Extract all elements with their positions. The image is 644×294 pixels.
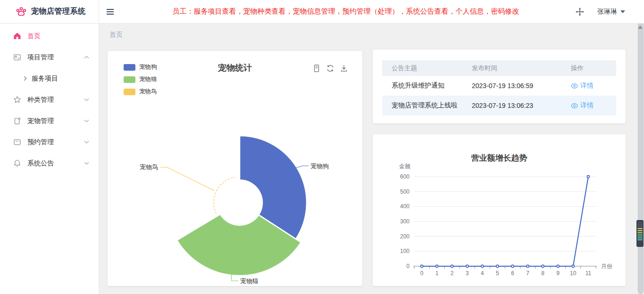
- user-menu[interactable]: 张琳琳: [597, 8, 625, 16]
- paw-icon: [16, 7, 27, 17]
- scrollbar[interactable]: [636, 23, 644, 294]
- card-icon: [13, 53, 21, 61]
- svg-text:0: 0: [406, 263, 410, 270]
- announcement-time: 2023-07-19 13:06:23: [472, 102, 571, 109]
- svg-text:400: 400: [400, 203, 410, 210]
- y-axis-labels: 600 500 400 300 200 100 0: [400, 173, 410, 270]
- scrollbar-thumb[interactable]: [636, 220, 644, 247]
- x-axis-labels: 0 1 2 3 4 5 6 7 8 9 10 11: [420, 270, 592, 277]
- table-row: 宠物店管理系统上线啦 2023-07-19 13:06:23 详情: [382, 96, 616, 115]
- sidebar-item-pet-management[interactable]: 宠物管理: [0, 110, 99, 131]
- scrollbar-up-arrow-icon[interactable]: [638, 25, 643, 29]
- pie-label-dog: 宠物狗: [310, 163, 329, 170]
- top-header: 宠物店管理系统 员工：服务项目查看，宠物种类查看，宠物信息管理，预约管理（处理）…: [0, 0, 644, 24]
- svg-text:11: 11: [585, 270, 592, 277]
- svg-text:0: 0: [420, 270, 424, 277]
- eye-icon: [571, 103, 578, 108]
- sidebar-item-system-notice[interactable]: 系统公告: [0, 153, 99, 174]
- chevron-down-icon: [84, 162, 89, 165]
- breadcrumb[interactable]: 首页: [109, 31, 123, 39]
- chevron-down-icon: [84, 140, 89, 144]
- y-axis-name: 金额: [399, 163, 410, 170]
- revenue-trend-card: 营业额增长趋势 金额 600 500 400 300 20: [373, 134, 626, 286]
- pie-label-bird: 宠物鸟: [140, 163, 158, 171]
- app-window: 宠物店管理系统 员工：服务项目查看，宠物种类查看，宠物信息管理，预约管理（处理）…: [0, 0, 644, 294]
- svg-text:300: 300: [400, 218, 410, 225]
- eye-icon: [571, 83, 578, 89]
- permission-banner: 员工：服务项目查看，宠物种类查看，宠物信息管理，预约管理（处理），系统公告查看，…: [116, 7, 576, 16]
- detail-link-label: 详情: [580, 82, 594, 90]
- column-header-time: 发布时间: [472, 64, 571, 73]
- chevron-up-icon: [84, 56, 89, 59]
- detail-link-label: 详情: [580, 101, 594, 110]
- announcements-card: 公告主题 发布时间 操作 系统升级维护通知 2023-07-19 13:06:5…: [373, 49, 626, 123]
- hamburger-icon[interactable]: [107, 7, 116, 16]
- sidebar: 首页 项目管理 服务项目 种类管理: [0, 24, 99, 294]
- pie-label-cat: 宠物猫: [240, 278, 259, 285]
- gridlines: [414, 177, 596, 251]
- chevron-right-icon: [24, 76, 27, 81]
- pie-sector-bird[interactable]: [214, 177, 235, 213]
- sidebar-item-home[interactable]: 首页: [0, 25, 99, 47]
- main-content: 首页 宠物统计 宠物狗 宠物猫 宠物鸟: [99, 24, 644, 294]
- x-axis-name: 月份: [601, 263, 612, 270]
- sidebar-item-label: 系统公告: [27, 159, 84, 168]
- svg-text:5: 5: [496, 270, 499, 277]
- svg-text:200: 200: [400, 233, 410, 240]
- header-right: 张琳琳: [576, 8, 644, 16]
- sidebar-item-label: 预约管理: [27, 138, 84, 147]
- sidebar-item-booking-management[interactable]: 预约管理: [0, 131, 99, 153]
- announcement-time: 2023-07-19 13:06:59: [472, 82, 571, 90]
- move-icon[interactable]: [576, 8, 584, 16]
- logo: 宠物店管理系统: [0, 0, 99, 24]
- pet-stats-pie-chart: 宠物狗 宠物鸟 宠物猫: [108, 51, 362, 286]
- sidebar-item-label: 种类管理: [27, 96, 84, 104]
- svg-text:7: 7: [526, 270, 529, 277]
- revenue-line-chart: 营业额增长趋势 金额 600 500 400 300 20: [373, 134, 626, 286]
- svg-text:8: 8: [541, 270, 544, 277]
- svg-text:4: 4: [481, 270, 484, 277]
- announcement-topic: 宠物店管理系统上线啦: [382, 101, 472, 110]
- sidebar-item-category-management[interactable]: 种类管理: [0, 89, 99, 110]
- svg-text:6: 6: [511, 270, 514, 277]
- sidebar-item-label: 首页: [27, 32, 89, 41]
- announcements-table: 公告主题 发布时间 操作 系统升级维护通知 2023-07-19 13:06:5…: [382, 60, 616, 115]
- caret-down-icon: [620, 10, 625, 13]
- sidebar-item-service-project[interactable]: 服务项目: [0, 68, 99, 89]
- table-row: 系统升级维护通知 2023-07-19 13:06:59 详情: [382, 76, 616, 96]
- bell-icon: [13, 159, 21, 167]
- sidebar-item-label: 项目管理: [27, 53, 84, 62]
- user-name: 张琳琳: [597, 8, 617, 16]
- svg-text:500: 500: [400, 188, 410, 195]
- chevron-down-icon: [84, 119, 89, 122]
- svg-text:2: 2: [451, 270, 454, 277]
- svg-text:100: 100: [400, 248, 410, 254]
- svg-text:9: 9: [556, 270, 560, 277]
- chevron-down-icon: [84, 98, 89, 101]
- pie-leader-bird: [160, 167, 215, 191]
- scrollbar-track[interactable]: [638, 23, 644, 294]
- column-header-action: 操作: [571, 64, 616, 73]
- detail-link[interactable]: 详情: [571, 101, 594, 110]
- svg-text:10: 10: [570, 270, 577, 277]
- star-icon: [13, 96, 21, 104]
- sidebar-item-label: 服务项目: [32, 74, 89, 83]
- form-icon: [13, 138, 21, 146]
- detail-link[interactable]: 详情: [571, 82, 594, 90]
- svg-text:1: 1: [435, 270, 439, 277]
- sidebar-item-label: 宠物管理: [27, 117, 84, 125]
- announcement-topic: 系统升级维护通知: [382, 82, 472, 90]
- home-icon: [13, 32, 21, 40]
- pie-leader-dog: [296, 166, 309, 168]
- svg-text:3: 3: [466, 270, 469, 277]
- sidebar-item-project-management[interactable]: 项目管理: [0, 47, 99, 68]
- pet-stats-card: 宠物统计 宠物狗 宠物猫 宠物鸟: [108, 51, 362, 286]
- table-header-row: 公告主题 发布时间 操作: [382, 60, 616, 76]
- svg-text:600: 600: [400, 173, 410, 180]
- line-chart-title: 营业额增长趋势: [471, 153, 527, 163]
- app-title: 宠物店管理系统: [31, 7, 86, 16]
- file-badge-icon: [13, 117, 21, 125]
- column-header-topic: 公告主题: [382, 64, 472, 73]
